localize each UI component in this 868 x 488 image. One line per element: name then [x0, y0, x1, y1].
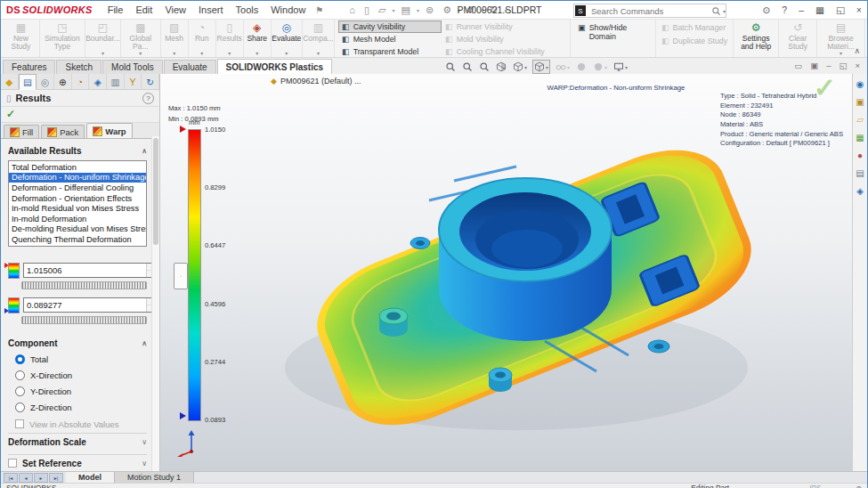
result-item[interactable]: Quenching Thermal Deformation	[9, 234, 146, 245]
section-view-icon[interactable]	[495, 61, 507, 73]
help-icon[interactable]: ?	[782, 4, 787, 15]
tab-model[interactable]: Model	[66, 472, 115, 483]
menu-tools[interactable]: Tools	[230, 4, 265, 15]
settings-and-help-button[interactable]: ⚙ Settings and Help	[734, 20, 779, 57]
refresh-tab-icon[interactable]: ↻	[142, 74, 159, 89]
display-style-icon[interactable]: ▾	[532, 60, 550, 74]
appearances-icon[interactable]: ●	[857, 151, 863, 160]
tab-warp[interactable]: Warp	[86, 123, 132, 138]
feature-tree-root[interactable]: ◆ PM009621 (Default) ...	[271, 77, 361, 85]
status-globe-icon[interactable]: ⊕	[856, 484, 862, 488]
max-value-slider[interactable]	[21, 281, 147, 289]
legend-max-marker[interactable]	[180, 126, 190, 133]
cascade-icon[interactable]: ▣	[810, 61, 818, 70]
previous-view-icon[interactable]	[478, 61, 491, 73]
zoom-to-area-icon[interactable]	[461, 61, 474, 73]
view-settings-icon-caret[interactable]: ▾	[625, 64, 628, 70]
forum-icon[interactable]: ◈	[856, 187, 864, 196]
close-doc-icon[interactable]: ×	[855, 61, 860, 70]
toggle-cavity-visibility[interactable]: ◧Cavity Visibility	[338, 20, 442, 33]
available-results-header[interactable]: Available Results ∧	[8, 144, 147, 158]
deformation-scale-section[interactable]: Deformation Scale ∨	[8, 433, 147, 451]
panel-scrollbar[interactable]	[151, 136, 159, 471]
search-input[interactable]	[589, 5, 711, 17]
minimize-doc-icon[interactable]: –	[826, 61, 831, 70]
ribbon-collapse-icon[interactable]: ∧	[854, 46, 860, 55]
export-tab-icon[interactable]: ◈	[89, 74, 107, 89]
view-settings-icon[interactable]: ▾	[612, 61, 629, 73]
tab-features[interactable]: Features	[3, 60, 55, 74]
new-document-icon[interactable]: ▯	[360, 4, 374, 16]
toggle-mesh-model[interactable]: ◧Mesh Model	[338, 33, 442, 45]
zoom-to-fit-icon[interactable]	[444, 61, 457, 73]
open-icon-caret[interactable]: ▾	[391, 7, 397, 13]
radio-x-direction[interactable]: X-Direction	[15, 369, 147, 382]
set-reference-checkbox[interactable]	[8, 459, 17, 468]
custom-properties-icon[interactable]: ▤	[856, 169, 864, 178]
ok-check-icon[interactable]: ✓	[1, 107, 159, 123]
restore-doc-icon[interactable]: ◱	[839, 61, 847, 70]
ribbon-button-evaluate[interactable]: ◎Evaluate▾	[272, 20, 303, 57]
radio-total[interactable]: Total	[15, 353, 147, 366]
search-caret-icon[interactable]: ▾	[723, 8, 726, 14]
component-header[interactable]: Component ∧	[8, 337, 147, 350]
unit-system-label[interactable]: IPS	[809, 484, 821, 488]
display-style-icon-caret[interactable]: ▾	[546, 64, 548, 70]
user-account-icon[interactable]: ⊙	[763, 4, 771, 15]
tile-icon[interactable]: ▦	[815, 4, 824, 15]
options-icon[interactable]: ⚙	[438, 4, 456, 16]
min-value-slider[interactable]	[21, 316, 147, 324]
menu-view[interactable]: View	[158, 4, 192, 15]
result-item[interactable]: In-mold Deformation	[9, 214, 146, 224]
clamp-force-tab-icon[interactable]: ▥	[107, 74, 125, 89]
graphics-viewport[interactable]: ◆ PM009621 (Default) ... WARP:Deformatio…	[160, 74, 852, 471]
radio-y-direction[interactable]: Y-Direction	[15, 385, 147, 398]
tab-scroll-button-2[interactable]: ▸	[34, 473, 48, 483]
min-value-input[interactable]	[24, 298, 146, 312]
results-tab-icon[interactable]: ▤	[19, 74, 37, 90]
plastics-wizard-tab-icon[interactable]: ◆	[1, 74, 19, 89]
new-window-icon[interactable]: ▭	[794, 61, 802, 70]
publish-icon[interactable]: ⊜	[421, 4, 438, 16]
result-item[interactable]: Total Deformation	[9, 162, 146, 173]
radio-z-direction[interactable]: Z-Direction	[15, 401, 147, 414]
tab-solidworks-plastics[interactable]: SOLIDWORKS Plastics	[217, 59, 332, 74]
menu-window[interactable]: Window	[264, 4, 312, 15]
menu-file[interactable]: File	[101, 4, 130, 15]
result-item[interactable]: Deformation - Orientation Effects	[9, 193, 146, 204]
home-icon[interactable]: ⌂	[345, 4, 360, 15]
search-icon[interactable]	[711, 6, 721, 16]
help-circle-icon[interactable]: ?	[142, 93, 154, 104]
tab-motion-study-1[interactable]: Motion Study 1	[115, 472, 194, 483]
legend-min-marker[interactable]	[180, 412, 190, 419]
color-legend-bar[interactable]	[188, 129, 201, 421]
tab-scroll-button-1[interactable]: ◂	[19, 473, 33, 483]
show-hide-domain-button[interactable]: ▣ Show/Hide Domain	[571, 20, 656, 57]
file-explorer-icon[interactable]: ▱	[856, 116, 864, 125]
resources-icon[interactable]: ◉	[856, 80, 864, 89]
set-reference-section[interactable]: Set Reference ∨	[8, 454, 147, 471]
menu-edit[interactable]: Edit	[129, 4, 158, 15]
minimize-icon[interactable]: –	[799, 4, 804, 15]
max-value-input[interactable]	[24, 264, 146, 277]
result-item[interactable]: De-molding Residual von Mises Stress	[9, 224, 146, 235]
view-orientation-icon[interactable]: ▾	[512, 61, 528, 73]
result-item[interactable]: Deformation - Non-uniform Shrinkage	[9, 173, 146, 183]
ribbon-button-share[interactable]: ◈Share▾	[244, 20, 272, 57]
tab-sketch[interactable]: Sketch	[56, 60, 101, 74]
tab-pack[interactable]: Pack	[41, 125, 85, 138]
tab-evaluate[interactable]: Evaluate	[164, 60, 216, 74]
tab-fill[interactable]: Fill	[4, 125, 39, 138]
tab-scroll-button-0[interactable]: |◂	[4, 473, 18, 483]
design-library-icon[interactable]: ▣	[856, 98, 864, 107]
filter-tab-icon[interactable]: Y	[125, 74, 142, 89]
tab-scroll-button-3[interactable]: ▸|	[49, 473, 63, 483]
toggle-transparent-model[interactable]: ◧Transparent Model	[338, 45, 442, 58]
tab-mold-tools[interactable]: Mold Tools	[102, 60, 163, 74]
clear-study-button[interactable]: ↺ Clear Study	[779, 20, 817, 57]
view-palette-icon[interactable]: ▦	[856, 134, 864, 142]
pin-icon[interactable]: ⚑	[315, 5, 323, 15]
restore-icon[interactable]: ◱	[836, 4, 845, 15]
summary-chart-tab-icon[interactable]: ◔	[72, 74, 90, 89]
result-item[interactable]: In-mold Residual von Mises Stress	[9, 203, 146, 214]
